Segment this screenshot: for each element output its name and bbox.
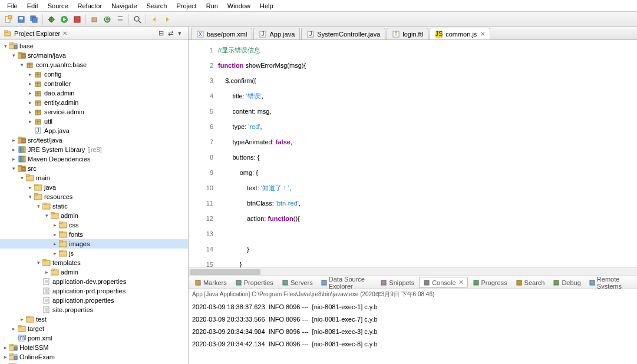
bottom-tab-properties[interactable]: Properties bbox=[232, 278, 277, 287]
console-output[interactable]: 2020-03-09 18:38:37.623 INFO 8096 --- [n… bbox=[189, 300, 637, 364]
twist-closed-icon[interactable]: ▸ bbox=[11, 137, 17, 143]
tree-node[interactable]: ▸src/test/java bbox=[0, 135, 188, 145]
twist-open-icon[interactable]: ▾ bbox=[44, 213, 50, 219]
code-line[interactable]: } bbox=[218, 257, 637, 267]
bottom-tab-servers[interactable]: Servers bbox=[278, 278, 316, 287]
twist-open-icon[interactable]: ▾ bbox=[11, 166, 17, 171]
bottom-tab-console[interactable]: Console✕ bbox=[419, 277, 467, 288]
tree-node[interactable]: ▸JRE System Library[jre8] bbox=[0, 145, 188, 154]
tree-node[interactable]: ▾resources bbox=[0, 192, 188, 201]
back-icon[interactable] bbox=[148, 14, 160, 25]
new-icon[interactable] bbox=[2, 14, 14, 25]
tree-node[interactable]: ▸util bbox=[0, 117, 188, 126]
twist-closed-icon[interactable]: ▸ bbox=[52, 231, 58, 237]
menu-navigate[interactable]: Navigate bbox=[107, 1, 141, 11]
code-text[interactable]: //显示错误信息function showErrorMsg(msg){ $.co… bbox=[218, 40, 637, 267]
tree-node[interactable]: application-dev.properties bbox=[0, 277, 188, 286]
twist-open-icon[interactable]: ▾ bbox=[35, 203, 42, 209]
twist-closed-icon[interactable]: ▸ bbox=[2, 354, 9, 360]
twist-closed-icon[interactable]: ▸ bbox=[11, 326, 17, 332]
collapse-all-icon[interactable]: ⊟ bbox=[156, 29, 166, 38]
code-line[interactable]: function showErrorMsg(msg){ bbox=[218, 58, 637, 73]
twist-closed-icon[interactable]: ▸ bbox=[27, 184, 34, 190]
tree-node[interactable]: ▸OnlineShop bbox=[0, 362, 188, 364]
code-line[interactable]: content: msg, bbox=[218, 104, 637, 119]
twist-closed-icon[interactable]: ▸ bbox=[52, 222, 58, 228]
forward-icon[interactable] bbox=[161, 14, 173, 25]
tree-node[interactable]: ▸dao.admin bbox=[0, 88, 188, 98]
twist-open-icon[interactable]: ▾ bbox=[35, 260, 42, 266]
menu-file[interactable]: File bbox=[2, 1, 22, 11]
twist-closed-icon[interactable]: ▸ bbox=[19, 316, 25, 322]
menu-run[interactable]: Run bbox=[202, 1, 223, 11]
bottom-tab-markers[interactable]: Markers bbox=[191, 278, 230, 287]
code-line[interactable]: action: function(){ bbox=[218, 211, 637, 226]
project-tree[interactable]: ▾base▾src/main/java▾com.yuanlrc.base▸con… bbox=[0, 40, 188, 364]
code-line[interactable]: buttons: { bbox=[218, 150, 637, 165]
twist-closed-icon[interactable]: ▸ bbox=[52, 241, 58, 247]
tree-node[interactable]: ▾admin bbox=[0, 211, 188, 220]
search-icon[interactable] bbox=[131, 14, 143, 25]
tree-node[interactable]: ▸OnlineExam bbox=[0, 352, 188, 362]
tree-node[interactable]: ▾main bbox=[0, 173, 188, 183]
tree-node[interactable]: ▸test bbox=[0, 315, 188, 324]
code-line[interactable]: } bbox=[218, 241, 637, 257]
bottom-tab-data-source-explorer[interactable]: Data Source Explorer bbox=[318, 276, 376, 289]
tree-node[interactable]: ▾templates bbox=[0, 258, 188, 267]
close-tab-icon[interactable]: ✕ bbox=[480, 31, 485, 37]
code-line[interactable] bbox=[218, 226, 637, 241]
code-line[interactable]: title: '错误', bbox=[218, 88, 637, 104]
tree-node[interactable]: ▸controller bbox=[0, 79, 188, 88]
tree-node[interactable]: ▸entity.admin bbox=[0, 98, 188, 107]
code-line[interactable]: $.confirm({ bbox=[218, 73, 637, 88]
twist-closed-icon[interactable]: ▸ bbox=[27, 118, 34, 124]
twist-closed-icon[interactable]: ▸ bbox=[27, 81, 34, 87]
tree-node[interactable]: ▾src/main/java bbox=[0, 51, 188, 60]
editor-tab[interactable]: JScommon.js✕ bbox=[430, 28, 490, 39]
new-class-icon[interactable]: C bbox=[101, 14, 113, 25]
tree-node[interactable]: ▸js bbox=[0, 249, 188, 258]
code-line[interactable]: typeAnimated: false, bbox=[218, 134, 637, 150]
tree-node[interactable]: application-prd.properties bbox=[0, 286, 188, 296]
code-line[interactable]: omg: { bbox=[218, 165, 637, 180]
menu-refactor[interactable]: Refactor bbox=[73, 1, 107, 11]
menu-help[interactable]: Help bbox=[255, 1, 278, 11]
code-line[interactable]: text: '知道了！', bbox=[218, 180, 637, 196]
twist-open-icon[interactable]: ▾ bbox=[19, 62, 25, 68]
bottom-tab-remote-systems[interactable]: Remote Systems bbox=[586, 276, 635, 289]
menu-project[interactable]: Project bbox=[171, 1, 201, 11]
twist-open-icon[interactable]: ▾ bbox=[11, 52, 17, 58]
tree-node[interactable]: ▸service.admin bbox=[0, 107, 188, 117]
tree-node[interactable]: site.properties bbox=[0, 305, 188, 315]
tree-node[interactable]: ▸config bbox=[0, 70, 188, 79]
tree-node[interactable]: ▾src bbox=[0, 164, 188, 173]
tree-node[interactable]: application.properties bbox=[0, 296, 188, 305]
close-icon[interactable]: ✕ bbox=[458, 279, 464, 286]
twist-closed-icon[interactable]: ▸ bbox=[52, 250, 58, 256]
editor-tab[interactable]: JSystemController.java bbox=[301, 28, 385, 39]
menu-source[interactable]: Source bbox=[43, 1, 73, 11]
menu-window[interactable]: Window bbox=[223, 1, 255, 11]
bottom-tab-snippets[interactable]: Snippets bbox=[377, 278, 418, 287]
new-package-icon[interactable] bbox=[88, 14, 100, 25]
run-icon[interactable] bbox=[58, 14, 70, 25]
bottom-tab-debug[interactable]: Debug bbox=[549, 278, 584, 287]
tree-node[interactable]: ▸css bbox=[0, 220, 188, 230]
debug-icon[interactable] bbox=[45, 14, 57, 25]
twist-closed-icon[interactable]: ▸ bbox=[27, 90, 34, 96]
panel-close-icon[interactable]: ✕ bbox=[62, 30, 67, 37]
tree-node[interactable]: xmlpom.xml bbox=[0, 333, 188, 343]
tree-node[interactable]: ▸Maven Dependencies bbox=[0, 154, 188, 164]
editor-tab[interactable]: flogin.ftl bbox=[387, 28, 428, 39]
twist-closed-icon[interactable]: ▸ bbox=[2, 345, 9, 350]
twist-closed-icon[interactable]: ▸ bbox=[11, 156, 17, 162]
tree-node[interactable]: ▸fonts bbox=[0, 230, 188, 239]
code-line[interactable]: btnClass: 'btn-red', bbox=[218, 196, 637, 211]
tree-node[interactable]: ▸admin bbox=[0, 267, 188, 277]
twist-closed-icon[interactable]: ▸ bbox=[11, 147, 17, 153]
twist-closed-icon[interactable]: ▸ bbox=[27, 71, 34, 77]
tree-node[interactable]: ▸HotelSSM bbox=[0, 343, 188, 352]
code-line[interactable]: //显示错误信息 bbox=[218, 42, 637, 58]
twist-closed-icon[interactable]: ▸ bbox=[27, 100, 34, 105]
editor-tab[interactable]: xbase/pom.xml bbox=[191, 28, 252, 39]
